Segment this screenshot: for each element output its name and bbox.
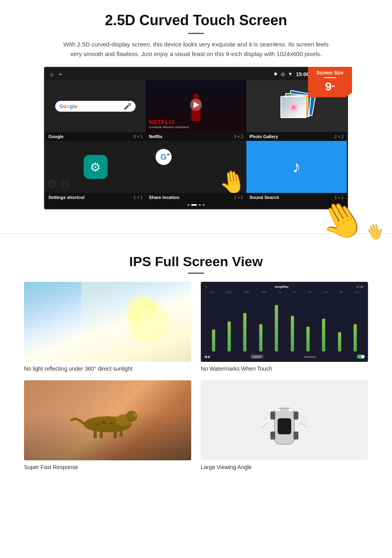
svg-rect-18 <box>294 411 298 420</box>
eq-bar-9 <box>338 332 341 351</box>
dot-4[interactable] <box>202 204 205 206</box>
eq-bar-7 <box>306 327 310 351</box>
svg-rect-22 <box>288 409 293 411</box>
eq-freq-labels: 60hz100hz200hz500hz 1k2.5k10k12.5k15kSUB <box>204 291 365 293</box>
car-image-box <box>201 380 368 460</box>
svg-rect-19 <box>270 432 275 440</box>
gallery-app-label: Photo Gallery <box>250 134 278 139</box>
gallery-app-size: 2 × 2 <box>334 134 344 139</box>
play-triangle-icon <box>194 102 199 108</box>
status-bar: ⌂ ⌁ ✱ ◎ ▼ 15:06 📷 🔊 ⊠ ⊟ <box>45 68 347 80</box>
sunlight-label: No light reflecting under 360° direct su… <box>24 365 132 372</box>
app-cell-sound[interactable]: ♪ Sound Search 1 × 1 <box>246 141 347 202</box>
google-app-inner: Google 🎤 <box>45 80 146 132</box>
music-note-icon: ♪ <box>292 157 301 177</box>
share-app-size: 1 × 1 <box>234 195 243 200</box>
sound-label-bar: Sound Search 1 × 1 <box>246 193 347 202</box>
sound-bg: ♪ <box>246 141 347 193</box>
share-app-inner: G 🤚 <box>146 141 246 193</box>
device-wrapper: Screen Size 9" ⌂ ⌁ ✱ ◎ ▼ 15:06 📷 🔊 <box>44 67 348 209</box>
section1-title: 2.5D Curved Touch Screen <box>24 12 368 29</box>
car-view-svg <box>258 388 310 456</box>
google-app-size: 3 × 1 <box>134 134 143 139</box>
dot-2-active[interactable] <box>191 204 197 206</box>
eq-bottom: ◀◀ Custom loudness <box>204 355 365 359</box>
netflix-label-bar: Netflix 3 × 2 <box>146 132 246 141</box>
equalizer-image-box: ⌂ Amplifier 17:33 60hz100hz200hz500hz 1k… <box>201 282 368 362</box>
equalizer-label: No Watermarks When Touch <box>201 365 272 372</box>
eq-bar-4 <box>259 324 262 352</box>
eq-loudness-label: loudness <box>304 355 316 358</box>
netflix-logo: NETFLIX <box>149 119 189 125</box>
car-image <box>201 380 368 460</box>
eq-bar-10 <box>354 324 357 352</box>
device-screen: ⌂ ⌁ ✱ ◎ ▼ 15:06 📷 🔊 ⊠ ⊟ <box>44 67 348 209</box>
location-icon: ◎ <box>281 71 285 77</box>
home-icon[interactable]: ⌂ <box>50 71 53 77</box>
feature-equalizer: ⌂ Amplifier 17:33 60hz100hz200hz500hz 1k… <box>201 282 368 372</box>
sound-app-label: Sound Search <box>250 195 279 200</box>
google-search-bar[interactable]: Google 🎤 <box>55 101 136 112</box>
share-bg: G 🤚 <box>146 141 246 193</box>
sunlight-image-box <box>24 282 191 362</box>
app-cell-share[interactable]: G 🤚 Share location 1 × 1 <box>146 141 246 202</box>
app-cell-google[interactable]: Google 🎤 Google 3 × 1 <box>45 80 146 141</box>
wifi-icon: ▼ <box>288 71 293 77</box>
badge-divider <box>324 77 336 78</box>
dot-1[interactable] <box>187 204 190 206</box>
eq-custom-btn[interactable]: Custom <box>251 355 263 359</box>
google-logo: Google <box>59 103 77 109</box>
car-label: Large Viewing Angle <box>201 464 252 470</box>
netflix-app-size: 3 × 2 <box>234 134 243 139</box>
cheetah-image-box <box>24 380 191 460</box>
google-mic-icon[interactable]: 🎤 <box>124 102 132 110</box>
google-app-label: Google <box>48 134 64 139</box>
settings-app-size: 1 × 1 <box>134 195 143 200</box>
cheetah-shadow <box>24 412 191 460</box>
badge-size: 9" <box>310 80 350 92</box>
eq-bar-8 <box>322 319 325 351</box>
svg-rect-21 <box>276 409 280 411</box>
svg-text:G: G <box>161 153 167 161</box>
eq-bar-6 <box>291 316 294 351</box>
eq-title: Amplifier <box>275 285 289 289</box>
section1-description: With 2.5D curved-display screen, this de… <box>60 40 332 59</box>
sound-app-size: 1 × 1 <box>334 195 344 200</box>
feature-grid: No light reflecting under 360° direct su… <box>24 282 368 471</box>
gallery-stack: 🌸 <box>280 92 312 120</box>
bluetooth-icon: ✱ <box>274 71 278 77</box>
badge-label: Screen Size <box>310 70 350 76</box>
section2-title: IPS Full Screen View <box>24 254 368 269</box>
ghost-icons: ⚙ ⚙ <box>47 177 71 191</box>
google-label-bar: Google 3 × 1 <box>45 132 146 141</box>
status-time: 15:06 <box>296 71 309 77</box>
gallery-card-front: 🌸 <box>280 96 306 118</box>
pagination-dots <box>45 202 347 208</box>
usb-icon: ⌁ <box>59 71 62 77</box>
settings-app-label: Settings shortcut <box>48 195 84 200</box>
netflix-play-btn[interactable] <box>190 99 202 111</box>
app-cell-netflix[interactable]: NETFLIX Continue Marvel's Daredevil Netf… <box>146 80 246 141</box>
flower-icon: 🌸 <box>288 102 299 112</box>
equalizer-image: ⌂ Amplifier 17:33 60hz100hz200hz500hz 1k… <box>201 282 368 362</box>
app-cell-settings[interactable]: ⚙ ⚙ ⚙ Settings shortcut 1 × 1 <box>45 141 146 202</box>
eq-bar-5 <box>275 305 278 351</box>
eq-toggle[interactable] <box>357 355 365 359</box>
ips-divider <box>188 273 204 274</box>
section-curved-screen: 2.5D Curved Touch Screen With 2.5D curve… <box>0 0 392 217</box>
eq-bar-1 <box>212 329 215 351</box>
section-ips: IPS Full Screen View No light reflecting… <box>0 250 392 483</box>
netflix-bg: NETFLIX Continue Marvel's Daredevil <box>146 80 246 132</box>
maps-icon: G <box>156 149 172 167</box>
eq-time: 17:33 <box>356 285 363 288</box>
netflix-app-label: Netflix <box>149 134 162 139</box>
daredevil-head <box>193 94 199 99</box>
gear-icon: ⚙ <box>90 160 101 174</box>
settings-icon-wrapper: ⚙ <box>84 155 108 179</box>
title-divider <box>188 33 204 34</box>
dot-3[interactable] <box>198 204 201 206</box>
share-app-label: Share location <box>149 195 179 200</box>
car-top-view <box>258 388 310 452</box>
google-bg: Google 🎤 <box>45 80 146 132</box>
netflix-subtitle: Continue Marvel's Daredevil <box>149 125 189 129</box>
